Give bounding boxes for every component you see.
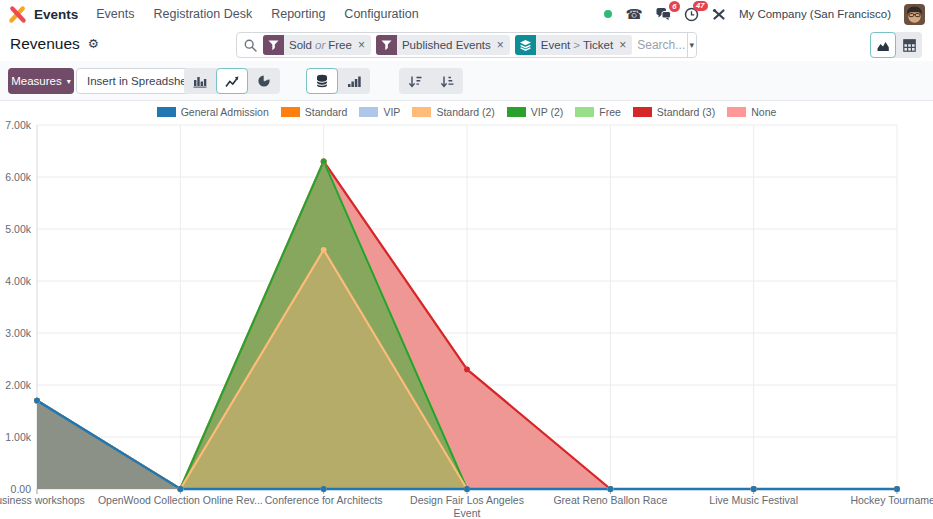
activities-menu[interactable]: 47 xyxy=(684,7,699,22)
remove-facet-icon[interactable]: × xyxy=(357,35,371,55)
app-name[interactable]: Events xyxy=(34,7,78,22)
remove-facet-icon[interactable]: × xyxy=(618,35,632,55)
stacked-icon xyxy=(315,74,329,88)
systray: ☎ 6 47 xyxy=(604,4,925,25)
legend-item-5[interactable]: Free xyxy=(575,106,621,118)
display-options-group xyxy=(306,68,370,94)
measures-button[interactable]: Measures▾ xyxy=(8,68,74,94)
remove-facet-icon[interactable]: × xyxy=(496,35,510,55)
legend-item-2[interactable]: VIP xyxy=(359,106,400,118)
graph-view-button[interactable] xyxy=(870,32,896,58)
facet-sold-or-free[interactable]: Sold or Free × xyxy=(263,35,371,55)
legend-item-6[interactable]: Standard (3) xyxy=(633,106,715,118)
legend-swatch xyxy=(507,107,526,117)
chat-bubbles-icon xyxy=(656,7,671,21)
data-point xyxy=(321,486,327,492)
pivot-view-button[interactable] xyxy=(896,32,922,58)
filter-icon xyxy=(376,35,397,55)
control-panel: Revenues ⚙ Sold or Free × xyxy=(0,28,933,61)
legend-label: VIP xyxy=(383,106,400,118)
x-tick-label: Live Music Festival xyxy=(709,494,798,506)
sort-ascending-button[interactable] xyxy=(431,68,463,94)
sort-ascending-icon xyxy=(440,75,454,88)
legend-swatch xyxy=(157,107,176,117)
legend-swatch xyxy=(412,107,431,117)
line-chart-button[interactable] xyxy=(216,68,248,94)
legend-item-7[interactable]: None xyxy=(727,106,776,118)
pie-chart-icon xyxy=(257,74,271,88)
chart-type-group xyxy=(184,68,280,94)
company-name[interactable]: My Company (San Francisco) xyxy=(739,8,891,20)
chevron-down-icon: ▾ xyxy=(67,77,71,86)
search-options-toggle[interactable]: ▾ xyxy=(687,33,696,57)
legend-swatch xyxy=(281,107,300,117)
data-point xyxy=(464,486,470,492)
sort-descending-button[interactable] xyxy=(399,68,431,94)
legend-label: General Admission xyxy=(181,106,269,118)
x-tick-label: OpenWood Collection Online Rev... xyxy=(98,494,263,506)
view-switcher xyxy=(870,32,922,58)
facet-label: Published Events xyxy=(397,35,496,55)
x-tick-label: Great Reno Ballon Race xyxy=(553,494,667,506)
legend-swatch xyxy=(359,107,378,117)
y-tick-label: 2.00k xyxy=(5,379,31,391)
menu-reporting[interactable]: Reporting xyxy=(271,7,325,21)
pie-chart-button[interactable] xyxy=(248,68,280,94)
messages-badge: 6 xyxy=(669,1,680,12)
events-app-window: Events Events Registration Desk Reportin… xyxy=(0,0,933,519)
filter-icon xyxy=(263,35,284,55)
legend-label: None xyxy=(751,106,776,118)
data-point xyxy=(894,486,900,492)
legend-swatch xyxy=(727,107,746,117)
search-input[interactable] xyxy=(637,38,686,52)
x-axis-title: Event xyxy=(454,507,481,519)
bar-chart-icon xyxy=(193,75,207,88)
legend-label: Free xyxy=(599,106,621,118)
data-point xyxy=(321,159,327,165)
odoo-events-logo-icon[interactable] xyxy=(8,5,27,24)
y-tick-label: 6.00k xyxy=(5,171,31,183)
y-tick-label: 0.00 xyxy=(11,483,32,495)
chart-area: General AdmissionStandardVIPStandard (2)… xyxy=(0,101,933,519)
messages-menu[interactable]: 6 xyxy=(656,7,671,21)
legend-label: Standard (2) xyxy=(436,106,494,118)
legend-swatch xyxy=(575,107,594,117)
menu-configuration[interactable]: Configuration xyxy=(344,7,418,21)
phone-icon[interactable]: ☎ xyxy=(625,7,642,21)
group-by-icon xyxy=(515,35,536,55)
legend-item-0[interactable]: General Admission xyxy=(157,106,269,118)
data-point xyxy=(751,486,757,492)
x-tick-label: Design Fair Los Angeles xyxy=(410,494,524,506)
search-icon xyxy=(244,39,257,52)
bar-chart-button[interactable] xyxy=(184,68,216,94)
legend-item-4[interactable]: VIP (2) xyxy=(507,106,563,118)
legend-label: VIP (2) xyxy=(531,106,563,118)
x-tick-label: Business workshops xyxy=(0,494,85,506)
facet-published-events[interactable]: Published Events × xyxy=(376,35,510,55)
search-bar[interactable]: Sold or Free × Published Events × xyxy=(236,32,697,58)
legend-item-3[interactable]: Standard (2) xyxy=(412,106,494,118)
data-point xyxy=(34,398,40,404)
line-chart-icon xyxy=(225,75,239,88)
stacked-toggle-button[interactable] xyxy=(306,68,338,94)
facet-groupby-event-ticket[interactable]: Event > Ticket × xyxy=(515,35,632,55)
data-point xyxy=(607,486,613,492)
menu-registration-desk[interactable]: Registration Desk xyxy=(154,7,253,21)
menu-events[interactable]: Events xyxy=(96,7,134,21)
action-gear-icon[interactable]: ⚙ xyxy=(88,38,99,51)
debug-tools-icon[interactable] xyxy=(712,7,726,21)
chart-legend: General AdmissionStandardVIPStandard (2)… xyxy=(0,106,933,118)
cumulative-toggle-button[interactable] xyxy=(338,68,370,94)
y-tick-label: 5.00k xyxy=(5,223,31,235)
legend-swatch xyxy=(633,107,652,117)
sort-descending-icon xyxy=(408,75,422,88)
legend-item-1[interactable]: Standard xyxy=(281,106,348,118)
main-menu: Events Registration Desk Reporting Confi… xyxy=(96,7,418,21)
y-tick-label: 3.00k xyxy=(5,327,31,339)
revenues-stacked-line-chart: 0.001.00k2.00k3.00k4.00k5.00k6.00k7.00kB… xyxy=(0,101,933,519)
legend-label: Standard xyxy=(305,106,348,118)
y-tick-label: 7.00k xyxy=(5,119,31,131)
facet-label: Sold or Free xyxy=(284,35,357,55)
pivot-table-icon xyxy=(903,39,916,52)
user-avatar[interactable] xyxy=(904,4,925,25)
